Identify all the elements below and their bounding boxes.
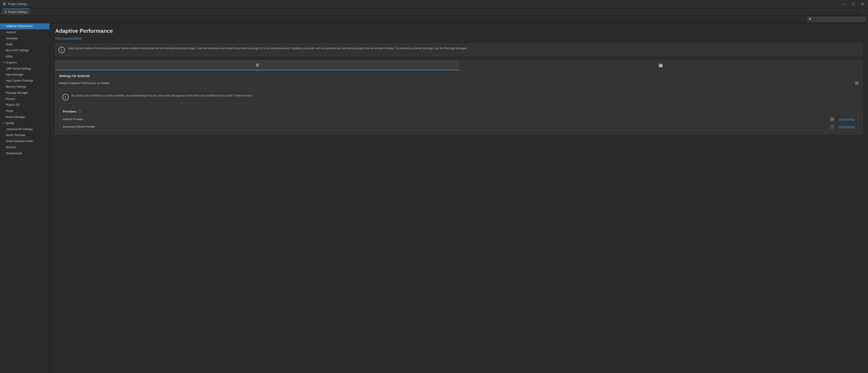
sidebar-item-editor[interactable]: Editor	[0, 54, 50, 60]
android-provider-name: Android Provider	[63, 118, 831, 121]
warning-icon: !	[62, 94, 69, 100]
main-layout: ▼Adaptive PerformanceAndroidSimulatorAud…	[0, 23, 868, 373]
sidebar-item-label: Package Manager	[6, 91, 28, 95]
search-bar-row: 🔍	[0, 15, 868, 23]
arrow-icon: ▼	[3, 25, 5, 28]
samsung-provider-name: Samsung Android Provider	[63, 125, 831, 128]
sidebar-item-burst-aot[interactable]: Burst AOT Settings	[0, 47, 50, 54]
svg-rect-3	[3, 4, 3, 4]
maximize-button[interactable]: ☐	[850, 2, 856, 6]
android-provider-checkbox[interactable]: ✓	[831, 117, 834, 121]
app-icon	[3, 2, 6, 6]
provider-row-samsung: Samsung Android Provider View licenses	[59, 123, 859, 130]
sidebar-item-adaptive-performance[interactable]: ▼Adaptive Performance	[0, 23, 50, 29]
sidebar-item-graphics[interactable]: ▼Graphics	[0, 60, 50, 66]
svg-point-0	[4, 3, 5, 5]
sidebar-item-label: Scene Template	[6, 133, 25, 137]
sidebar-item-universal-rp[interactable]: Universal RP Settings	[0, 126, 50, 132]
sidebar-item-label: Preset Manager	[6, 115, 25, 119]
desktop-icon: 🖥	[255, 63, 259, 68]
minimize-button[interactable]: —	[841, 2, 847, 6]
tab-label: Project Settings	[8, 10, 27, 13]
page-title: Adaptive Performance	[55, 28, 863, 34]
provider-row-android: Android Provider ✓ View licenses	[59, 116, 859, 123]
sidebar-item-input-system[interactable]: Input System Package	[0, 78, 50, 84]
tab-more-icon[interactable]: ⋮	[860, 9, 866, 14]
sidebar-item-shadergraph[interactable]: ShaderGraph	[0, 150, 50, 157]
sidebar-item-label: Audio	[6, 42, 13, 46]
sidebar-item-script-execution[interactable]: Script Execution Order	[0, 138, 50, 144]
init-checkbox[interactable]: ✓	[855, 81, 859, 85]
svg-rect-4	[6, 4, 6, 4]
sidebar-item-label: Simulator	[6, 37, 18, 40]
window-controls: — ☐ ✕	[841, 2, 865, 6]
warning-box: ! By clicking the checkbox to install a …	[59, 91, 859, 103]
arrow-icon: ▼	[3, 122, 5, 125]
info-text: Selecting an Adaptive Performance provid…	[68, 46, 467, 50]
sidebar-item-label: URP Global Settings	[6, 67, 31, 71]
view-docs-link[interactable]: View documentation	[55, 36, 82, 40]
project-settings-tab[interactable]: ⚙ Project Settings	[2, 9, 30, 15]
info-box: ! Selecting an Adaptive Performance prov…	[55, 43, 863, 56]
sidebar-item-audio[interactable]: Audio	[0, 41, 50, 47]
sidebar-item-memory-settings[interactable]: Memory Settings	[0, 84, 50, 90]
warning-text: By clicking the checkbox to install a pr…	[71, 94, 253, 98]
sidebar-item-player[interactable]: Player	[0, 108, 50, 114]
content-area: Adaptive Performance View documentation …	[50, 23, 868, 373]
sidebar-item-label: Input System Package	[6, 79, 33, 83]
sidebar-item-android[interactable]: Android	[0, 29, 50, 35]
sidebar-item-label: Services	[6, 145, 16, 149]
android-icon: 🤖	[658, 63, 663, 68]
sidebar-item-preset-manager[interactable]: Preset Manager	[0, 114, 50, 120]
info-icon: !	[59, 47, 65, 53]
sidebar-item-label: Input Manager	[6, 73, 23, 77]
search-container: 🔍	[807, 17, 866, 22]
svg-rect-2	[4, 5, 5, 6]
settings-panel: Settings for Android Initialize Adaptive…	[55, 70, 863, 134]
sidebar-item-label: ShaderGraph	[6, 151, 22, 156]
platform-tab-android[interactable]: 🤖	[459, 60, 862, 70]
samsung-provider-checkbox[interactable]	[831, 125, 834, 129]
samsung-view-licenses-link[interactable]: View licenses	[834, 125, 855, 128]
svg-rect-1	[4, 2, 5, 3]
sidebar-item-label: Physics 2D	[6, 103, 20, 107]
checkmark-icon: ✓	[856, 81, 858, 85]
sidebar-item-urp-global[interactable]: URP Global Settings	[0, 66, 50, 72]
init-setting-row: Initialize Adaptive Performance on Start…	[59, 80, 859, 86]
sidebar-item-label: Graphics	[6, 61, 17, 65]
title-bar-label: Project Settings	[8, 2, 27, 6]
sidebar-item-simulator[interactable]: Simulator	[0, 35, 50, 41]
init-label: Initialize Adaptive Performance on Start…	[59, 81, 855, 85]
search-icon: 🔍	[809, 18, 812, 21]
tab-bar: ⚙ Project Settings ⋮	[0, 8, 868, 15]
sidebar-item-label: Editor	[6, 55, 13, 59]
platform-tabs: 🖥 🤖	[55, 60, 863, 70]
sidebar-item-services[interactable]: Services	[0, 144, 50, 150]
sidebar-item-physics[interactable]: Physics	[0, 96, 50, 102]
providers-header: Providers ?	[59, 107, 859, 116]
sidebar-item-input-manager[interactable]: Input Manager	[0, 72, 50, 78]
sidebar-item-quality[interactable]: ▼Quality	[0, 120, 50, 126]
settings-section-title: Settings for Android	[59, 74, 859, 78]
sidebar-item-label: Physics	[6, 97, 15, 101]
arrow-icon: ▼	[3, 61, 5, 64]
sidebar-item-label: Script Execution Order	[6, 139, 33, 143]
sidebar-item-label: Player	[6, 109, 13, 113]
help-icon[interactable]: ?	[78, 110, 81, 113]
sidebar-item-scene-template[interactable]: Scene Template	[0, 132, 50, 138]
sidebar-item-physics2d[interactable]: Physics 2D	[0, 102, 50, 108]
sidebar-item-label: Memory Settings	[6, 85, 26, 89]
sidebar-item-label: Burst AOT Settings	[6, 48, 29, 53]
sidebar-item-label: Universal RP Settings	[6, 128, 33, 131]
svg-rect-5	[3, 2, 4, 3]
sidebar-item-package-manager[interactable]: Package Manager	[0, 90, 50, 96]
search-input[interactable]	[807, 17, 866, 22]
sidebar-item-label: Android	[6, 31, 16, 34]
gear-icon: ⚙	[4, 10, 7, 13]
sidebar: ▼Adaptive PerformanceAndroidSimulatorAud…	[0, 23, 50, 373]
android-view-licenses-link[interactable]: View licenses	[834, 118, 855, 121]
android-checkmark-icon: ✓	[831, 118, 833, 121]
platform-tab-desktop[interactable]: 🖥	[55, 60, 459, 70]
providers-title: Providers	[63, 110, 76, 113]
close-button[interactable]: ✕	[860, 2, 865, 6]
